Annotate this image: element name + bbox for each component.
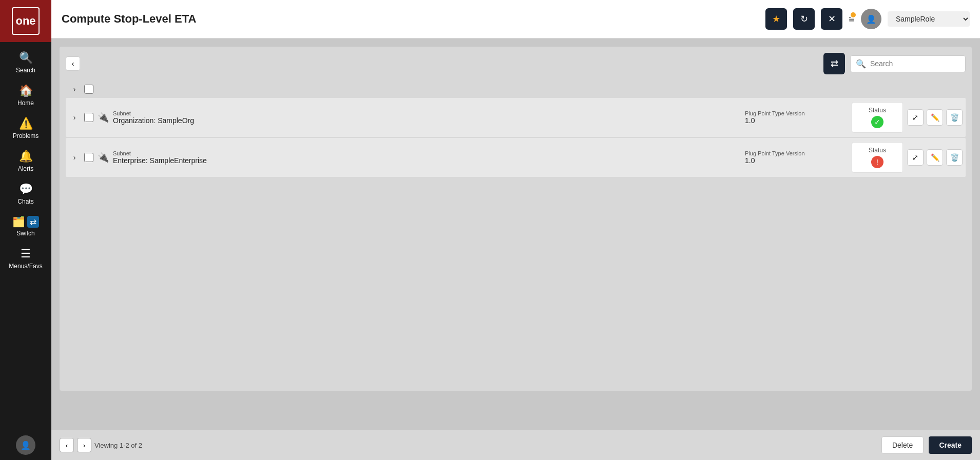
row-subnet-info: Subnet Enterprise: SampleEnterprise xyxy=(113,150,741,165)
viewing-text: Viewing 1-2 of 2 xyxy=(94,442,142,449)
table-row: › 🔌 Subnet Enterprise: SampleEnterprise … xyxy=(66,138,966,177)
chats-icon: 💬 xyxy=(19,183,33,196)
plug-label: Plug Point Type Version xyxy=(745,150,848,156)
refresh-button[interactable]: ↻ xyxy=(793,8,815,30)
table-row: › 🔌 Subnet Organization: SampleOrg Plug … xyxy=(66,98,966,137)
sidebar-item-alerts[interactable]: 🔔 Alerts xyxy=(0,145,51,177)
footer: ‹ › Viewing 1-2 of 2 Delete Create xyxy=(51,430,980,460)
spacer-row: › xyxy=(66,81,966,98)
row-expand-button[interactable]: › xyxy=(69,112,80,123)
status-ok-icon: ✓ xyxy=(871,116,883,128)
plug-icon: 🔌 xyxy=(98,152,109,163)
content-panel: ‹ ⇄ 🔍 › › xyxy=(60,47,972,391)
content-area: ‹ ⇄ 🔍 › › xyxy=(51,38,980,430)
star-button[interactable]: ★ xyxy=(765,8,787,30)
status-cell: Status ! xyxy=(852,142,903,173)
row-expand-button[interactable]: › xyxy=(69,84,80,95)
edit-button[interactable]: ✏️ xyxy=(927,109,943,126)
search-icon: 🔍 xyxy=(856,59,866,69)
delete-row-button[interactable]: 🗑️ xyxy=(946,109,963,126)
topbar: Compute Stop-Level ETA ★ ↻ ✕ ≡ 👤 SampleR… xyxy=(51,0,980,38)
edit-button[interactable]: ✏️ xyxy=(927,149,943,166)
plug-version: 1.0 xyxy=(745,116,848,125)
plug-icon: 🔌 xyxy=(98,112,109,123)
menus-icon: ☰ xyxy=(21,247,31,261)
row-checkbox[interactable] xyxy=(84,153,93,162)
row-plug-info: Plug Point Type Version 1.0 xyxy=(745,110,848,125)
search-icon: 🔍 xyxy=(19,51,33,65)
subnet-value: Organization: SampleOrg xyxy=(113,116,741,125)
footer-actions: Delete Create xyxy=(881,436,972,454)
status-label: Status xyxy=(869,107,886,114)
logo-box: one xyxy=(12,7,40,35)
create-button[interactable]: Create xyxy=(929,436,972,454)
sidebar: one 🔍 Search 🏠 Home ⚠️ Problems 🔔 Alerts… xyxy=(0,0,51,460)
notification-dot xyxy=(850,11,857,18)
filter-button[interactable]: ⇄ xyxy=(823,53,845,74)
chevron-left-icon: ‹ xyxy=(72,59,74,68)
search-container: 🔍 xyxy=(850,55,966,72)
home-icon: 🏠 xyxy=(19,84,33,97)
app-logo[interactable]: one xyxy=(0,0,51,42)
filter-icon: ⇄ xyxy=(831,58,838,69)
switch-arrow-icon: ⇄ xyxy=(27,216,39,228)
row-plug-info: Plug Point Type Version 1.0 xyxy=(745,150,848,165)
subnet-label: Subnet xyxy=(113,150,741,156)
row-expand-button[interactable]: › xyxy=(69,152,80,163)
row-checkbox-all[interactable] xyxy=(84,85,93,94)
main-area: Compute Stop-Level ETA ★ ↻ ✕ ≡ 👤 SampleR… xyxy=(51,0,980,460)
close-icon: ✕ xyxy=(828,13,836,25)
header-right: ⇄ 🔍 xyxy=(823,53,966,74)
sidebar-item-search[interactable]: 🔍 Search xyxy=(0,46,51,79)
close-button[interactable]: ✕ xyxy=(821,8,842,30)
next-page-button[interactable]: › xyxy=(77,438,91,452)
panel-header: ‹ ⇄ 🔍 xyxy=(66,53,966,74)
star-icon: ★ xyxy=(772,13,780,25)
delete-button[interactable]: Delete xyxy=(881,436,924,454)
row-actions: ⤢ ✏️ 🗑️ xyxy=(907,109,963,126)
role-selector[interactable]: SampleRole xyxy=(888,11,970,27)
alerts-icon: 🔔 xyxy=(19,150,33,163)
page-title: Compute Stop-Level ETA xyxy=(62,12,759,26)
status-label: Status xyxy=(869,147,886,154)
topbar-avatar: 👤 xyxy=(861,9,881,29)
sidebar-item-menus[interactable]: ☰ Menus/Favs xyxy=(0,242,51,275)
sidebar-item-chats[interactable]: 💬 Chats xyxy=(0,177,51,210)
pagination: ‹ › Viewing 1-2 of 2 xyxy=(60,438,142,452)
sidebar-item-home[interactable]: 🏠 Home xyxy=(0,79,51,112)
sidebar-item-switch[interactable]: 🗂️ ⇄ Switch xyxy=(0,210,51,242)
expand-action-button[interactable]: ⤢ xyxy=(907,109,924,126)
plug-label: Plug Point Type Version xyxy=(745,110,848,116)
avatar-image: 👤 xyxy=(866,14,876,24)
avatar: 👤 xyxy=(16,435,35,455)
subnet-label: Subnet xyxy=(113,110,741,116)
refresh-icon: ↻ xyxy=(800,13,808,25)
row-subnet-info: Subnet Organization: SampleOrg xyxy=(113,110,741,125)
plug-version: 1.0 xyxy=(745,156,848,165)
status-cell: Status ✓ xyxy=(852,102,903,133)
problems-icon: ⚠️ xyxy=(19,117,33,130)
row-checkbox[interactable] xyxy=(84,113,93,122)
menu-container: ≡ xyxy=(849,13,855,25)
status-error-icon: ! xyxy=(871,156,883,168)
switch-stack-icon: 🗂️ xyxy=(12,215,25,228)
search-input[interactable] xyxy=(870,59,960,68)
row-actions: ⤢ ✏️ 🗑️ xyxy=(907,149,963,166)
delete-row-button[interactable]: 🗑️ xyxy=(946,149,963,166)
expand-action-button[interactable]: ⤢ xyxy=(907,149,924,166)
sidebar-item-problems[interactable]: ⚠️ Problems xyxy=(0,112,51,145)
sidebar-item-profile[interactable]: 👤 xyxy=(0,430,51,460)
prev-page-button[interactable]: ‹ xyxy=(60,438,74,452)
collapse-button[interactable]: ‹ xyxy=(66,56,80,71)
subnet-value: Enterprise: SampleEnterprise xyxy=(113,156,741,165)
